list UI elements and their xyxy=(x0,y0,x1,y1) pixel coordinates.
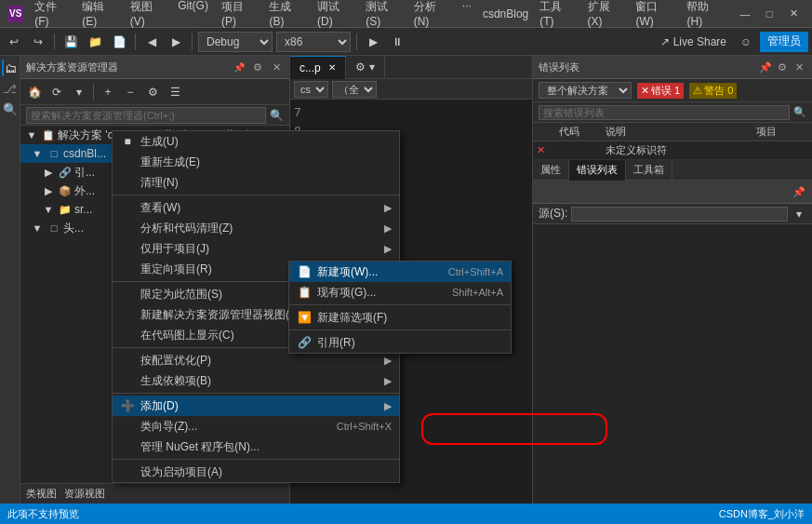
sol-config-button[interactable]: ⚙ xyxy=(142,82,163,102)
editor-scope-toolbar: cs （全 xyxy=(290,79,532,100)
menu-extensions[interactable]: 扩展(X) xyxy=(582,0,629,30)
error-panel-header: 错误列表 📌 ⚙ ✕ xyxy=(533,56,812,79)
menu-project[interactable]: 项目(P) xyxy=(216,0,262,30)
context-project-only[interactable]: 仅用于项目(J) ▶ xyxy=(113,238,399,259)
context-analyze[interactable]: 分析和代码清理(Z) ▶ xyxy=(113,218,399,238)
submenu-existing-item[interactable]: 📋 现有项(G)... Shift+Alt+A xyxy=(289,282,511,302)
title-bar: VS 文件(F) 编辑(E) 视图(V) Git(G) 项目(P) 生成(B) … xyxy=(0,0,812,28)
source-text-input[interactable] xyxy=(571,207,788,222)
sol-sync-button[interactable]: ⟳ xyxy=(47,82,67,102)
user-account-button[interactable]: 管理员 xyxy=(760,32,808,52)
tab-dropdown-icon: ▾ xyxy=(369,60,375,74)
submenu-ref[interactable]: 🔗 引用(R) xyxy=(289,332,511,353)
ctx-sep-4 xyxy=(113,393,399,394)
pause-button[interactable]: ⏸ xyxy=(387,32,407,52)
error-desc-cell: 未定义标识符 xyxy=(602,143,752,157)
toolbar-separator-3 xyxy=(192,34,193,50)
submenu-new-filter[interactable]: 🔽 新建筛选项(F) xyxy=(289,307,511,328)
minimize-button[interactable]: — xyxy=(734,5,756,23)
platform-select[interactable]: x86 xyxy=(276,32,351,52)
sol-home-button[interactable]: 🏠 xyxy=(24,82,45,102)
menu-view[interactable]: 视图(V) xyxy=(125,0,171,30)
context-build[interactable]: ■ 生成(U) xyxy=(113,131,399,152)
submenu-new-item[interactable]: 📄 新建项(W)... Ctrl+Shift+A xyxy=(289,262,511,282)
class-view-tab[interactable]: 类视图 xyxy=(26,487,57,501)
src-expand-icon: ▼ xyxy=(41,202,56,217)
redo-button[interactable]: ↪ xyxy=(28,32,48,52)
editor-tab-cpp[interactable]: c...p ✕ xyxy=(290,56,346,79)
sol-expand-button[interactable]: + xyxy=(98,82,118,102)
new-button[interactable]: 📄 xyxy=(109,32,129,52)
scope-select[interactable]: （全 xyxy=(332,81,377,98)
context-view[interactable]: 查看(W) ▶ xyxy=(113,197,399,218)
menu-test[interactable]: 测试(S) xyxy=(360,0,406,30)
menu-analyze[interactable]: 分析(N) xyxy=(408,0,455,30)
menu-help[interactable]: 帮助(H) xyxy=(681,0,728,30)
menu-edit[interactable]: 编辑(E) xyxy=(76,0,123,30)
sol-filter-button[interactable]: ▾ xyxy=(69,82,89,102)
context-clean[interactable]: 清理(N) xyxy=(113,172,399,193)
menu-build[interactable]: 生成(B) xyxy=(263,0,310,30)
menu-tools[interactable]: 工具(T) xyxy=(534,0,579,30)
submenu-sep-1 xyxy=(289,304,511,305)
menu-git[interactable]: Git(G) xyxy=(172,0,214,30)
panel-close-button[interactable]: ✕ xyxy=(269,60,284,74)
error-settings-button[interactable]: ⚙ xyxy=(775,60,790,74)
close-button[interactable]: ✕ xyxy=(782,5,805,23)
context-deps[interactable]: 生成依赖项(B) ▶ xyxy=(113,370,399,391)
menu-bar: 文件(F) 编辑(E) 视图(V) Git(G) 项目(P) 生成(B) 调试(… xyxy=(29,0,477,30)
liveshare-button[interactable]: ↗ Live Share xyxy=(655,34,732,50)
status-right: CSDN博客_刘小洋 xyxy=(719,507,805,521)
context-class-wizard[interactable]: 类向导(Z)... Ctrl+Shift+X xyxy=(113,416,399,437)
menu-more[interactable]: ··· xyxy=(457,0,477,30)
activity-solution-explorer[interactable]: 🗂 xyxy=(2,60,19,76)
props-tab-toolbox[interactable]: 工具箱 xyxy=(626,160,672,181)
error-panel-title: 错误列表 xyxy=(539,60,579,74)
editor-tab-bar: c...p ✕ ⚙ ▾ xyxy=(290,56,532,79)
editor-tab-close-icon[interactable]: ✕ xyxy=(328,62,336,73)
start-button[interactable]: ▶ xyxy=(363,32,383,52)
error-search-row: 🔍 xyxy=(533,102,812,123)
menu-window[interactable]: 窗口(W) xyxy=(630,0,679,30)
deps-arrow: ▶ xyxy=(384,375,392,387)
sol-collapse-button[interactable]: − xyxy=(120,82,140,102)
window-controls: — □ ✕ xyxy=(734,5,805,23)
add-submenu: 📄 新建项(W)... Ctrl+Shift+A 📋 现有项(G)... Shi… xyxy=(288,261,512,354)
activity-search[interactable]: 🔍 xyxy=(2,101,19,117)
context-rebuild[interactable]: 重新生成(E) xyxy=(113,152,399,172)
source-dropdown-button[interactable]: ▾ xyxy=(792,204,806,224)
resource-view-tab[interactable]: 资源视图 xyxy=(64,487,105,501)
sol-view-button[interactable]: ☰ xyxy=(165,82,185,102)
activity-git[interactable]: ⎇ xyxy=(2,80,19,97)
status-preview-text: 此项不支持预览 xyxy=(7,507,79,521)
pin-button[interactable]: 📌 xyxy=(232,60,246,74)
src-label: sr... xyxy=(74,203,92,216)
scope-filter-select[interactable]: 整个解决方案 xyxy=(539,82,632,99)
context-add[interactable]: ➕ 添加(D) ▶ xyxy=(113,396,399,416)
context-nuget[interactable]: 管理 NuGet 程序包(N)... xyxy=(113,437,399,457)
lower-pin-button[interactable]: 📌 xyxy=(792,184,806,199)
solution-search-input[interactable] xyxy=(26,107,266,124)
error-close-button[interactable]: ✕ xyxy=(792,60,806,74)
error-pin-button[interactable]: 📌 xyxy=(758,60,773,74)
open-button[interactable]: 📁 xyxy=(85,32,105,52)
context-set-startup[interactable]: 设为启动项目(A) xyxy=(113,462,399,482)
back-button[interactable]: ◀ xyxy=(141,32,162,52)
menu-file[interactable]: 文件(F) xyxy=(29,0,74,30)
language-select[interactable]: cs xyxy=(294,81,328,98)
error-search-input[interactable] xyxy=(539,105,790,120)
menu-debug[interactable]: 调试(D) xyxy=(312,0,358,30)
sol-sep xyxy=(93,84,94,101)
feedback-button[interactable]: ☺ xyxy=(736,32,756,52)
save-button[interactable]: 💾 xyxy=(60,32,81,52)
forward-button[interactable]: ▶ xyxy=(166,32,186,52)
maximize-button[interactable]: □ xyxy=(758,5,780,23)
projonly-arrow: ▶ xyxy=(384,243,392,255)
editor-tab-settings[interactable]: ⚙ ▾ xyxy=(346,56,385,79)
props-tab-errorlist[interactable]: 错误列表 xyxy=(569,160,626,181)
panel-settings-button[interactable]: ⚙ xyxy=(250,60,265,74)
undo-button[interactable]: ↩ xyxy=(4,32,24,52)
props-tab-properties[interactable]: 属性 xyxy=(533,160,569,181)
debug-config-select[interactable]: Debug xyxy=(198,32,273,52)
error-row-1[interactable]: ✕ 未定义标识符 xyxy=(533,141,812,160)
